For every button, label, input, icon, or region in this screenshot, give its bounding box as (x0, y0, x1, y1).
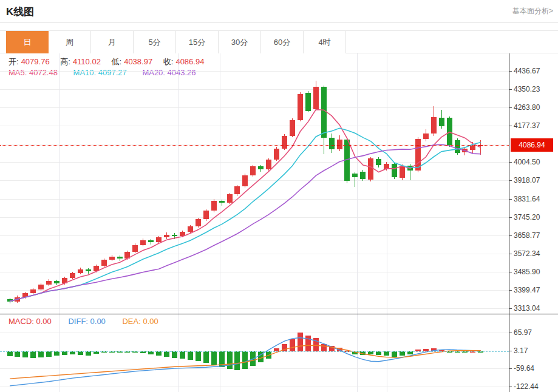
candle (392, 164, 397, 177)
tab-period-1[interactable]: 周 (49, 31, 91, 53)
current-price-line (0, 145, 509, 146)
macd-bar (22, 351, 28, 357)
price-tick-label: 3658.77 (514, 231, 540, 240)
candle (46, 281, 52, 285)
gridline-v (59, 53, 60, 314)
candle (274, 149, 279, 160)
gridline-h (0, 387, 509, 387)
macd-bar (234, 351, 240, 370)
ohlc-readout: 开:4079.76 高:4110.02 低:4038.97 收:4086.94 (9, 56, 206, 67)
macd-bar (266, 351, 271, 358)
gridline-v (387, 53, 387, 314)
candle (400, 166, 405, 178)
macd-value: MACD: 0.00 (9, 317, 52, 326)
tab-period-5[interactable]: 30分 (219, 31, 261, 53)
candle (38, 285, 44, 289)
candle (431, 117, 437, 133)
gridline-v (178, 314, 179, 392)
kline-chart-widget: K线图 基本面分析> 日周月5分15分30分60分4时 开:4079.76 高:… (0, 0, 558, 392)
gridline-h (0, 199, 509, 200)
low-value: 4038.97 (124, 57, 152, 66)
candle (250, 166, 256, 175)
close-label: 收: (163, 57, 174, 66)
tab-period-3[interactable]: 5分 (134, 31, 176, 53)
price-tick-label: 3399.47 (514, 286, 540, 294)
price-tick-label: 3485.90 (514, 268, 540, 276)
tab-period-4[interactable]: 15分 (176, 31, 219, 53)
macd-bar (384, 351, 389, 356)
candle (140, 240, 146, 245)
candle (7, 299, 13, 301)
macd-tick-label: -122.44 (514, 382, 539, 391)
candle (54, 281, 60, 283)
candle (203, 211, 209, 219)
gridline-h (0, 217, 509, 218)
candle (282, 136, 287, 149)
macd-tick-label: -59.64 (514, 364, 534, 373)
candle (86, 269, 91, 271)
macd-bar (219, 351, 225, 367)
macd-tick (509, 351, 512, 351)
gridline-h (0, 162, 509, 163)
price-tick-label: 4436.67 (514, 67, 540, 75)
price-axis-line (509, 53, 509, 392)
gridline-h (0, 89, 509, 90)
candle (384, 164, 389, 169)
tab-period-7[interactable]: 4时 (304, 31, 346, 53)
gridline-h (0, 235, 509, 236)
macd-bar (172, 351, 177, 357)
candle (368, 158, 373, 180)
macd-bar (242, 351, 248, 368)
candle-wick (480, 140, 481, 155)
macd-bar (298, 333, 303, 351)
diff-value: DIFF: 0.00 (68, 317, 105, 326)
candle (258, 166, 264, 169)
price-tick (509, 162, 512, 163)
candle (117, 257, 123, 259)
candle (70, 273, 75, 278)
tab-period-2[interactable]: 月 (91, 31, 134, 53)
gridline-v (178, 53, 179, 314)
chart-canvas[interactable] (0, 53, 558, 392)
open-value: 4079.76 (21, 57, 50, 66)
price-tick (509, 272, 512, 272)
macd-bar (282, 344, 287, 351)
price-tick (509, 180, 512, 181)
gridline-h (0, 254, 509, 254)
macd-tick-label: 65.97 (514, 328, 532, 337)
gridline-h (0, 368, 509, 369)
candle (188, 226, 193, 232)
price-tick (509, 308, 512, 309)
candle (329, 138, 335, 149)
close-value: 4086.94 (175, 57, 204, 66)
price-tick-label: 3572.34 (514, 249, 540, 258)
ma20-value: MA20: 4043.26 (142, 68, 196, 77)
gridline-h (0, 308, 509, 309)
open-label: 开: (9, 57, 19, 66)
candle (305, 93, 311, 111)
candle (234, 186, 240, 194)
candle (30, 289, 36, 293)
candle (164, 235, 169, 238)
price-tick-label: 4177.37 (514, 121, 540, 130)
candle (196, 219, 201, 226)
macd-bar (188, 351, 193, 360)
candle (455, 140, 460, 154)
price-tick-label: 4350.23 (514, 85, 540, 93)
candle (78, 269, 83, 273)
price-tick (509, 235, 512, 236)
macd-bar (7, 351, 13, 356)
tab-period-6[interactable]: 60分 (261, 31, 304, 53)
candle (227, 194, 233, 203)
tab-period-0[interactable]: 日 (6, 31, 49, 53)
page-title: K线图 (6, 5, 34, 19)
high-value: 4110.02 (73, 57, 101, 66)
macd-tick (509, 333, 512, 333)
macd-bar (38, 351, 44, 357)
fundamental-analysis-link[interactable]: 基本面分析> (512, 6, 553, 16)
price-tick-label: 3918.07 (514, 176, 540, 184)
gridline-v (357, 53, 358, 314)
candle (219, 201, 225, 203)
candle (124, 252, 130, 258)
candle (352, 174, 358, 177)
